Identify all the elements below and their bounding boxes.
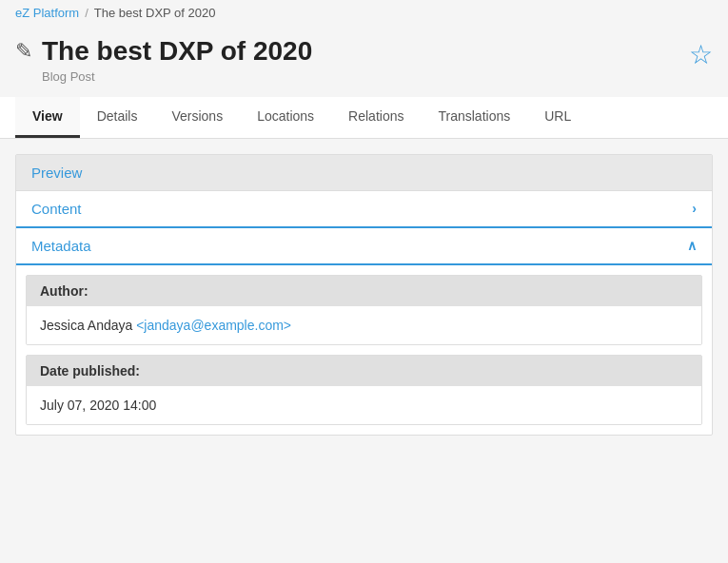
tab-view[interactable]: View <box>15 97 80 138</box>
date-published-field-block: Date published: July 07, 2020 14:00 <box>26 355 702 425</box>
header-left: ✎ The best DXP of 2020 Blog Post <box>15 35 312 84</box>
date-published-label: Date published: <box>27 356 701 386</box>
author-name: Jessica Andaya <box>40 318 136 333</box>
breadcrumb-separator: / <box>85 6 89 20</box>
author-field-block: Author: Jessica Andaya <jandaya@example.… <box>26 275 702 345</box>
metadata-section: Author: Jessica Andaya <jandaya@example.… <box>16 275 712 425</box>
author-email-link[interactable]: <jandaya@example.com> <box>136 318 291 333</box>
content-row[interactable]: Content › <box>16 191 712 228</box>
metadata-label: Metadata <box>31 238 91 254</box>
author-field-label: Author: <box>27 276 701 306</box>
content-chevron: › <box>692 201 697 216</box>
preview-header: Preview <box>16 155 712 191</box>
edit-icon: ✎ <box>15 39 32 64</box>
preview-card: Preview Content › Metadata ∧ Author: Jes… <box>15 154 713 436</box>
metadata-chevron: ∧ <box>687 238 697 253</box>
tab-url[interactable]: URL <box>527 97 588 138</box>
page-title: The best DXP of 2020 <box>42 35 312 68</box>
star-icon[interactable]: ☆ <box>689 39 713 70</box>
date-published-value: July 07, 2020 14:00 <box>27 386 701 424</box>
breadcrumb: eZ Platform / The best DXP of 2020 <box>0 0 728 26</box>
content-label: Content <box>31 201 82 217</box>
tab-translations[interactable]: Translations <box>421 97 527 138</box>
title-block: The best DXP of 2020 Blog Post <box>42 35 312 84</box>
tab-versions[interactable]: Versions <box>154 97 240 138</box>
main-content: Preview Content › Metadata ∧ Author: Jes… <box>0 139 728 451</box>
metadata-row[interactable]: Metadata ∧ <box>16 228 712 265</box>
tabs-bar: View Details Versions Locations Relation… <box>0 97 728 139</box>
tab-details[interactable]: Details <box>80 97 155 138</box>
tab-locations[interactable]: Locations <box>240 97 331 138</box>
page-header: ✎ The best DXP of 2020 Blog Post ☆ <box>0 26 728 97</box>
breadcrumb-platform-link[interactable]: eZ Platform <box>15 6 79 20</box>
breadcrumb-current: The best DXP of 2020 <box>94 6 216 20</box>
tab-relations[interactable]: Relations <box>331 97 421 138</box>
page-subtitle: Blog Post <box>42 69 312 84</box>
author-field-value: Jessica Andaya <jandaya@example.com> <box>27 306 701 344</box>
